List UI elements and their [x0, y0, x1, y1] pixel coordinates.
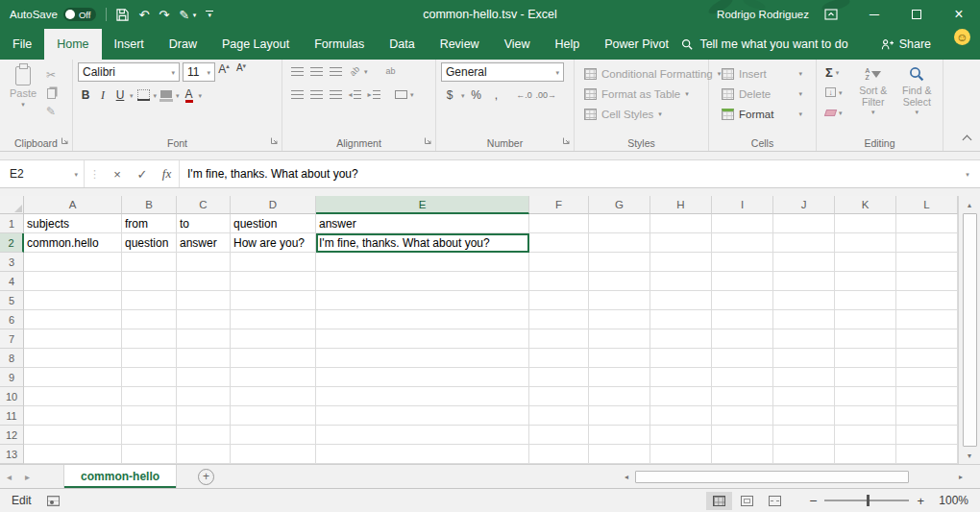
cell-D2[interactable]: How are you? — [231, 233, 316, 253]
cell-A10[interactable] — [24, 387, 122, 406]
enter-entry-button[interactable]: ✓ — [130, 160, 155, 187]
fill-button[interactable]: ↓ ▾ — [821, 84, 851, 101]
cell-B9[interactable] — [122, 368, 177, 387]
cell-I11[interactable] — [712, 406, 773, 426]
alignment-dialog-launcher[interactable] — [424, 134, 432, 148]
cell-J8[interactable] — [773, 349, 835, 368]
cell-B1[interactable]: from — [122, 214, 177, 233]
cell-G5[interactable] — [589, 291, 650, 310]
font-color-button[interactable]: A — [182, 86, 197, 104]
row-header-11[interactable]: 11 — [0, 406, 24, 426]
cell-E9[interactable] — [316, 368, 529, 387]
horizontal-scroll-thumb[interactable] — [635, 471, 909, 483]
cell-C6[interactable] — [177, 310, 231, 329]
vertical-scrollbar[interactable]: ▴ ▾ — [958, 196, 980, 464]
ribbon-display-options-button[interactable] — [824, 9, 838, 20]
vertical-scroll-thumb[interactable] — [963, 213, 977, 447]
cell-J4[interactable] — [773, 272, 835, 291]
previous-sheet-button[interactable]: ◂ — [0, 465, 18, 488]
cell-H13[interactable] — [650, 445, 712, 464]
cell-C5[interactable] — [177, 291, 231, 310]
cell-B6[interactable] — [122, 310, 177, 329]
format-as-table-button[interactable]: Format as Table ▾ — [579, 84, 704, 104]
row-header-6[interactable]: 6 — [0, 310, 24, 329]
cell-L7[interactable] — [896, 329, 958, 349]
zoom-slider-thumb[interactable] — [867, 495, 870, 506]
cell-D10[interactable] — [231, 387, 316, 406]
clipboard-dialog-launcher[interactable] — [61, 134, 69, 148]
row-header-7[interactable]: 7 — [0, 329, 24, 349]
cell-styles-button[interactable]: Cell Styles ▾ — [579, 104, 704, 124]
scroll-down-arrow[interactable]: ▾ — [960, 448, 979, 463]
cell-J10[interactable] — [773, 387, 835, 406]
align-left-button[interactable] — [287, 85, 306, 103]
cell-L2[interactable] — [896, 233, 958, 253]
cell-G10[interactable] — [589, 387, 650, 406]
cell-J2[interactable] — [773, 233, 835, 253]
column-header-B[interactable]: B — [122, 196, 177, 214]
insert-cells-button[interactable]: Insert ▾ — [714, 63, 812, 84]
cell-D12[interactable] — [231, 426, 316, 445]
cell-H4[interactable] — [650, 272, 712, 291]
decrease-decimal-button[interactable]: .00→ — [536, 86, 557, 104]
cell-L10[interactable] — [896, 387, 958, 406]
normal-view-button[interactable] — [706, 492, 732, 510]
cell-A5[interactable] — [24, 291, 122, 310]
horizontal-scrollbar[interactable]: ◂ ▸ — [619, 465, 968, 488]
merge-center-button[interactable] — [391, 85, 410, 103]
orientation-button[interactable]: ab — [345, 62, 364, 80]
cell-K12[interactable] — [835, 426, 896, 445]
sort-filter-button[interactable]: AZ Sort & Filter ▾ — [851, 63, 895, 135]
column-header-L[interactable]: L — [896, 196, 958, 214]
cell-H6[interactable] — [650, 310, 712, 329]
row-header-2[interactable]: 2 — [0, 233, 24, 253]
row-header-13[interactable]: 13 — [0, 445, 24, 464]
cell-F11[interactable] — [529, 406, 589, 426]
fill-color-button[interactable] — [159, 86, 174, 104]
tab-home[interactable]: Home — [44, 29, 101, 60]
cell-L12[interactable] — [896, 426, 958, 445]
cell-K1[interactable] — [835, 214, 896, 233]
next-sheet-button[interactable]: ▸ — [18, 465, 37, 488]
cell-E5[interactable] — [316, 291, 529, 310]
page-layout-view-button[interactable] — [734, 492, 760, 510]
cell-D7[interactable] — [231, 329, 316, 349]
cell-G11[interactable] — [589, 406, 650, 426]
cell-B12[interactable] — [122, 426, 177, 445]
expand-formula-bar-button[interactable]: ▾ — [955, 160, 980, 187]
close-button[interactable]: × — [938, 0, 980, 29]
save-button[interactable] — [116, 9, 129, 21]
formula-input[interactable]: I'm fine, thanks. What about you? — [180, 160, 955, 187]
name-box-resize-handle[interactable]: ⋮ — [85, 160, 105, 187]
cell-B8[interactable] — [122, 349, 177, 368]
align-bottom-button[interactable] — [326, 62, 345, 80]
cell-K5[interactable] — [835, 291, 896, 310]
font-size-combobox[interactable]: 11 ▾ — [183, 62, 215, 82]
cell-D5[interactable] — [231, 291, 316, 310]
tab-review[interactable]: Review — [428, 29, 492, 60]
cell-G9[interactable] — [589, 368, 650, 387]
cell-J9[interactable] — [773, 368, 835, 387]
cell-H12[interactable] — [650, 426, 712, 445]
cell-K13[interactable] — [835, 445, 896, 464]
cell-B4[interactable] — [122, 272, 177, 291]
cell-K9[interactable] — [835, 368, 896, 387]
cell-J1[interactable] — [773, 214, 835, 233]
feedback-smiley-button[interactable]: ☺ — [954, 29, 970, 45]
cell-A6[interactable] — [24, 310, 122, 329]
customize-quick-access-toolbar-button[interactable]: ▾ — [206, 11, 213, 17]
quick-access-pen-button[interactable]: ✎ ▾ — [179, 9, 196, 21]
cut-button[interactable]: ✂ — [41, 67, 61, 83]
cell-A1[interactable]: subjects — [24, 214, 122, 233]
cell-B11[interactable] — [122, 406, 177, 426]
increase-decimal-button[interactable]: ←.0 — [516, 86, 533, 104]
autosave-toggle[interactable]: AutoSave Off — [10, 8, 96, 21]
cell-C11[interactable] — [177, 406, 231, 426]
sheet-tab-common-hello[interactable]: common-hello — [63, 465, 177, 488]
redo-button[interactable]: ↷ — [159, 9, 169, 21]
format-painter-button[interactable]: ✎ — [41, 104, 61, 119]
cell-K6[interactable] — [835, 310, 896, 329]
cell-L5[interactable] — [896, 291, 958, 310]
cell-K7[interactable] — [835, 329, 896, 349]
increase-font-size-button[interactable]: A▴ — [215, 62, 233, 82]
